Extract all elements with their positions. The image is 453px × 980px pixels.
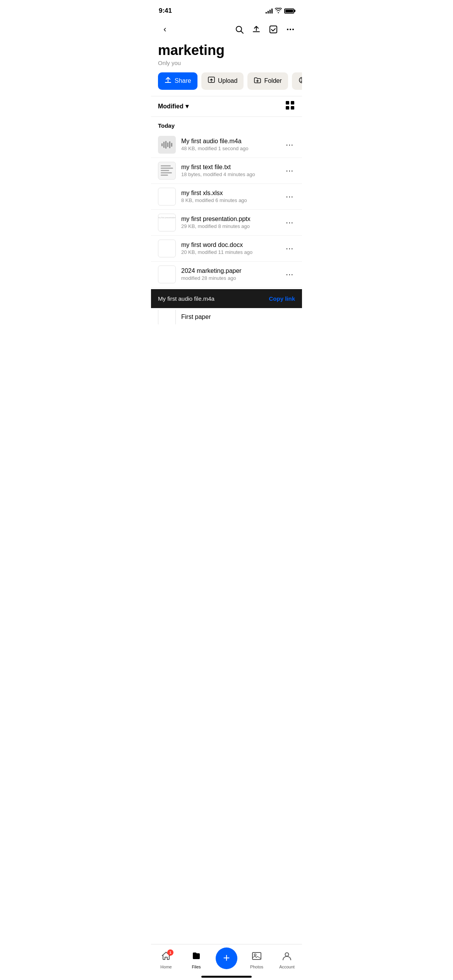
status-icons xyxy=(266,8,294,14)
page-subtitle: Only you xyxy=(158,60,295,66)
file-info: 2024 marketing.paper modified 28 minutes… xyxy=(181,267,279,281)
status-bar: 9:41 xyxy=(151,0,302,19)
svg-point-4 xyxy=(287,29,288,30)
file-list: My first audio file.m4a 48 KB, modified … xyxy=(151,132,302,288)
file-thumbnail-paper xyxy=(158,266,176,283)
list-item-partial: First paper xyxy=(151,310,302,324)
svg-rect-7 xyxy=(165,82,171,83)
back-arrow-icon: ‹ xyxy=(163,25,166,34)
file-more-button[interactable]: ··· xyxy=(284,216,295,228)
folder-label: Folder xyxy=(264,77,281,84)
svg-point-6 xyxy=(292,29,294,30)
folder-button[interactable]: Folder xyxy=(247,72,288,90)
file-more-button[interactable]: ··· xyxy=(284,268,295,280)
upload-label: Upload xyxy=(218,77,238,84)
audio-waves-icon xyxy=(161,140,172,149)
file-meta: 18 bytes, modified 4 minutes ago xyxy=(181,171,279,177)
file-more-button[interactable]: ··· xyxy=(284,139,295,151)
offline-button[interactable]: Offline xyxy=(292,72,302,90)
action-buttons-row: Share Upload Folder xyxy=(151,72,302,96)
file-thumbnail-partial xyxy=(158,310,176,324)
svg-rect-14 xyxy=(291,101,294,105)
text-file-icon xyxy=(158,163,175,178)
file-name: my first presentation.pptx xyxy=(181,216,279,223)
file-name: my first word doc.docx xyxy=(181,242,279,248)
copy-link-button[interactable]: Copy link xyxy=(269,295,295,302)
svg-rect-15 xyxy=(286,106,289,110)
upload-icon[interactable] xyxy=(252,25,261,34)
file-info-partial: First paper xyxy=(181,314,295,320)
list-item[interactable]: my first xls.xlsx 8 KB, modified 6 minut… xyxy=(151,184,302,210)
file-info: my first presentation.pptx 29 KB, modifi… xyxy=(181,216,279,229)
file-name: 2024 marketing.paper xyxy=(181,267,279,274)
page-header: marketing Only you xyxy=(151,39,302,72)
nav-actions xyxy=(235,25,295,34)
list-item[interactable]: my first presentation my first presentat… xyxy=(151,210,302,236)
file-meta: 48 KB, modified 1 second ago xyxy=(181,146,279,151)
list-item[interactable]: my first text file.txt 18 bytes, modifie… xyxy=(151,158,302,184)
list-item[interactable]: my first word doc.docx 20 KB, modified 1… xyxy=(151,236,302,262)
list-item[interactable]: 2024 marketing.paper modified 28 minutes… xyxy=(151,262,302,288)
select-icon[interactable] xyxy=(269,25,278,34)
status-time: 9:41 xyxy=(159,7,172,15)
share-label: Share xyxy=(175,77,191,84)
file-thumbnail-docx xyxy=(158,240,176,257)
section-today: Today xyxy=(151,117,302,132)
file-meta: 29 KB, modified 8 minutes ago xyxy=(181,223,279,229)
top-nav: ‹ xyxy=(151,19,302,39)
toast-text: My first audio file.m4a xyxy=(158,295,214,302)
signal-icon xyxy=(266,8,273,14)
file-name-partial: First paper xyxy=(181,314,295,320)
svg-rect-13 xyxy=(286,101,289,105)
file-info: my first word doc.docx 20 KB, modified 1… xyxy=(181,242,279,255)
back-button[interactable]: ‹ xyxy=(158,22,172,36)
svg-rect-16 xyxy=(291,106,294,110)
battery-icon xyxy=(284,9,294,14)
svg-rect-3 xyxy=(270,26,277,33)
file-more-button[interactable]: ··· xyxy=(284,164,295,176)
offline-icon xyxy=(298,76,302,86)
file-info: my first xls.xlsx 8 KB, modified 6 minut… xyxy=(181,190,279,203)
file-meta: 20 KB, modified 11 minutes ago xyxy=(181,249,279,255)
file-meta: modified 28 minutes ago xyxy=(181,275,279,281)
toast-notification: My first audio file.m4a Copy link xyxy=(151,289,302,308)
share-icon xyxy=(164,76,172,86)
sort-button[interactable]: Modified ▾ xyxy=(158,103,189,110)
file-more-button[interactable]: ··· xyxy=(284,190,295,202)
file-info: my first text file.txt 18 bytes, modifie… xyxy=(181,164,279,177)
upload-btn-icon xyxy=(208,76,215,86)
sort-bar: Modified ▾ xyxy=(151,96,302,117)
file-more-button[interactable]: ··· xyxy=(284,242,295,254)
folder-icon xyxy=(254,76,261,86)
file-meta: 8 KB, modified 6 minutes ago xyxy=(181,197,279,203)
page-title: marketing xyxy=(158,43,295,58)
sort-label-text: Modified xyxy=(158,103,184,110)
file-thumbnail-pptx: my first presentation xyxy=(158,214,176,231)
more-icon[interactable] xyxy=(286,25,295,34)
file-thumbnail-audio xyxy=(158,136,176,154)
file-thumbnail-text xyxy=(158,162,176,180)
file-info: My first audio file.m4a 48 KB, modified … xyxy=(181,138,279,151)
upload-button[interactable]: Upload xyxy=(201,72,244,90)
share-button[interactable]: Share xyxy=(158,72,197,90)
sort-chevron-icon: ▾ xyxy=(185,103,189,110)
svg-rect-2 xyxy=(253,31,260,32)
svg-point-5 xyxy=(290,29,291,30)
svg-line-1 xyxy=(241,31,244,34)
file-name: my first text file.txt xyxy=(181,164,279,171)
file-thumbnail-xlsx xyxy=(158,188,176,206)
list-item[interactable]: My first audio file.m4a 48 KB, modified … xyxy=(151,132,302,158)
search-icon[interactable] xyxy=(235,25,244,34)
wifi-icon xyxy=(275,8,282,14)
file-name: my first xls.xlsx xyxy=(181,190,279,197)
file-name: My first audio file.m4a xyxy=(181,138,279,145)
grid-toggle-button[interactable] xyxy=(285,100,295,113)
section-today-label: Today xyxy=(158,122,175,129)
